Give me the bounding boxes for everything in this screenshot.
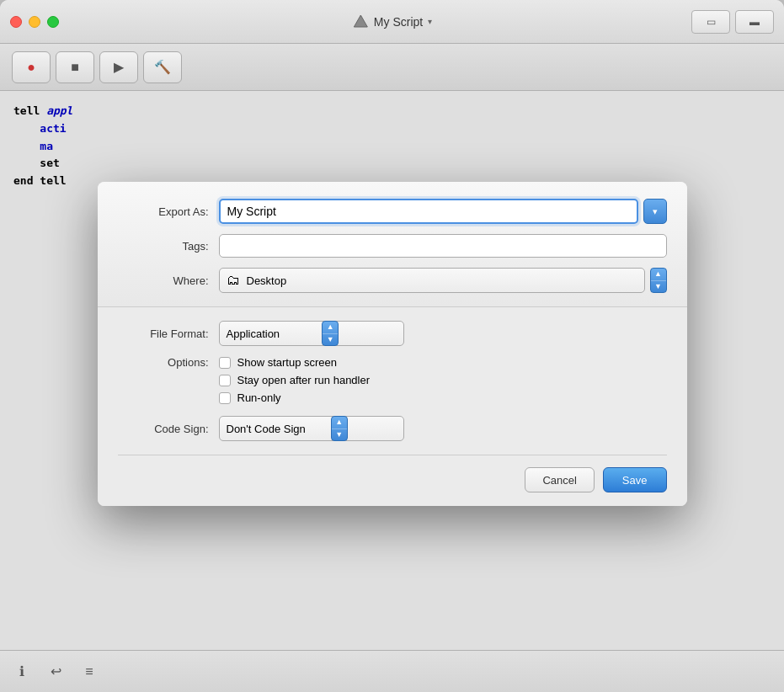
code-sign-select[interactable]: Don't Code Sign ▲ ▼ xyxy=(219,416,404,441)
file-format-input-wrap: Application ▲ ▼ xyxy=(219,321,667,346)
options-label: Options: xyxy=(118,356,219,369)
format-stepper-up-icon[interactable]: ▲ xyxy=(323,322,338,334)
info-button[interactable]: ℹ xyxy=(12,662,32,682)
stop-button[interactable]: ■ xyxy=(56,51,94,83)
where-value: Desktop xyxy=(247,274,637,287)
export-dropdown-button[interactable]: ▾ xyxy=(643,199,667,224)
export-as-label: Export As: xyxy=(118,205,219,218)
tags-input[interactable] xyxy=(219,234,667,258)
compile-button[interactable]: 🔨 xyxy=(143,51,182,83)
option-startup-screen: Show startup screen xyxy=(219,356,371,369)
stay-open-label: Stay open after run handler xyxy=(237,374,371,386)
back-button[interactable]: ↩ xyxy=(45,662,66,682)
title-bar-right: ▭ ▬ xyxy=(691,10,774,34)
export-as-row: Export As: ▾ xyxy=(118,199,667,224)
save-button[interactable]: Save xyxy=(603,467,667,492)
codesign-stepper-down-icon[interactable]: ▼ xyxy=(332,429,347,441)
code-sign-input-wrap: Don't Code Sign ▲ ▼ xyxy=(219,416,667,441)
content-area: tell appl acti ma set end tell xyxy=(0,91,784,650)
title-bar: My Script ▾ ▭ ▬ xyxy=(0,0,784,44)
main-window: My Script ▾ ▭ ▬ ● ■ ▶ 🔨 t xyxy=(0,0,784,692)
stepper-down-icon[interactable]: ▼ xyxy=(651,281,666,293)
applescript-icon xyxy=(352,13,369,30)
record-icon: ● xyxy=(27,60,35,75)
tags-row: Tags: xyxy=(118,234,667,258)
option-stay-open: Stay open after run handler xyxy=(219,374,371,386)
export-dialog: Export As: ▾ Tags: xyxy=(98,182,687,506)
traffic-lights xyxy=(10,16,59,28)
record-button[interactable]: ● xyxy=(12,51,51,83)
format-stepper[interactable]: ▲ ▼ xyxy=(322,321,339,346)
dialog-top: Export As: ▾ Tags: xyxy=(98,182,687,307)
window-title: My Script xyxy=(374,15,423,29)
svg-marker-0 xyxy=(354,15,367,27)
list-icon: ≡ xyxy=(85,664,93,679)
startup-screen-label: Show startup screen xyxy=(237,356,338,369)
compile-icon: 🔨 xyxy=(154,59,171,75)
title-chevron[interactable]: ▾ xyxy=(428,17,432,26)
export-as-input-wrap: ▾ xyxy=(219,199,667,224)
file-format-select[interactable]: Application ▲ ▼ xyxy=(219,321,404,346)
play-button[interactable]: ▶ xyxy=(99,51,138,83)
folder-icon: 🗂 xyxy=(227,273,240,288)
codesign-stepper[interactable]: ▲ ▼ xyxy=(331,416,348,441)
minimize-button[interactable] xyxy=(29,16,40,28)
file-format-row: File Format: Application ▲ ▼ xyxy=(118,321,667,346)
codesign-stepper-up-icon[interactable]: ▲ xyxy=(332,417,347,429)
split-right-icon: ▬ xyxy=(749,16,760,28)
tags-label: Tags: xyxy=(118,240,219,253)
list-button[interactable]: ≡ xyxy=(79,662,99,682)
maximize-button[interactable] xyxy=(47,16,59,28)
info-icon: ℹ xyxy=(19,663,24,679)
code-sign-row: Code Sign: Don't Code Sign ▲ ▼ xyxy=(118,416,667,455)
where-input-wrap: 🗂 Desktop ▲ ▼ xyxy=(219,268,667,293)
startup-screen-checkbox[interactable] xyxy=(219,357,231,369)
export-as-input[interactable] xyxy=(219,199,638,224)
option-run-only: Run-only xyxy=(219,391,371,404)
back-icon: ↩ xyxy=(51,663,61,679)
stay-open-checkbox[interactable] xyxy=(219,375,231,386)
cancel-button[interactable]: Cancel xyxy=(525,467,594,492)
title-bar-center: My Script ▾ xyxy=(352,13,432,30)
chevron-down-icon: ▾ xyxy=(653,206,658,217)
dialog-buttons: Cancel Save xyxy=(118,455,667,492)
options-row: Options: Show startup screen Stay open a… xyxy=(118,356,667,404)
where-select[interactable]: 🗂 Desktop xyxy=(219,268,645,293)
run-only-checkbox[interactable] xyxy=(219,392,231,404)
split-left-icon: ▭ xyxy=(707,16,716,28)
where-stepper[interactable]: ▲ ▼ xyxy=(650,268,667,293)
file-format-label: File Format: xyxy=(118,327,219,340)
file-format-value: Application xyxy=(227,327,280,340)
code-sign-value: Don't Code Sign xyxy=(227,423,306,435)
format-stepper-down-icon[interactable]: ▼ xyxy=(323,334,338,346)
where-row: Where: 🗂 Desktop ▲ ▼ xyxy=(118,268,667,293)
close-button[interactable] xyxy=(10,16,22,28)
where-label: Where: xyxy=(118,274,219,287)
stepper-up-icon[interactable]: ▲ xyxy=(651,269,666,281)
run-only-label: Run-only xyxy=(237,391,281,404)
play-icon: ▶ xyxy=(114,59,124,75)
bottom-bar: ℹ ↩ ≡ xyxy=(0,650,784,692)
modal-overlay: Export As: ▾ Tags: xyxy=(0,91,784,650)
code-sign-label: Code Sign: xyxy=(118,423,219,435)
options-list: Show startup screen Stay open after run … xyxy=(219,356,371,404)
stop-icon: ■ xyxy=(71,60,79,75)
split-right-button[interactable]: ▬ xyxy=(735,10,774,34)
dialog-bottom: File Format: Application ▲ ▼ xyxy=(98,307,687,506)
toolbar: ● ■ ▶ 🔨 xyxy=(0,44,784,91)
split-left-button[interactable]: ▭ xyxy=(691,10,730,34)
tags-input-wrap xyxy=(219,234,667,258)
